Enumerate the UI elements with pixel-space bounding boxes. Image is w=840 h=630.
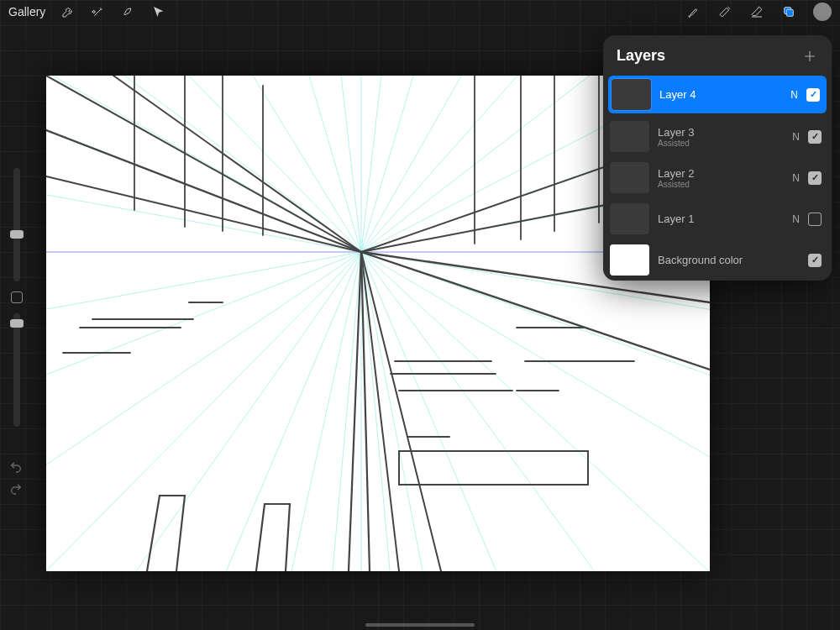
layers-icon[interactable] [781,4,796,19]
layer-thumbnail[interactable] [610,121,649,152]
svg-line-22 [361,252,601,571]
layer-name: Background color [658,254,800,266]
blend-mode-label[interactable]: N [792,131,800,143]
svg-line-46 [46,130,361,252]
svg-line-9 [340,76,361,252]
layer-text: Layer 2Assisted [658,167,784,189]
brush-opacity-thumb[interactable] [10,319,24,328]
brush-icon[interactable] [685,4,701,19]
svg-line-31 [46,252,361,470]
brush-opacity-slider[interactable] [13,313,20,427]
layer-text: Layer 3Assisted [658,126,784,148]
visibility-checkbox[interactable] [806,88,820,102]
layers-title: Layers [617,47,665,65]
layer-thumbnail[interactable] [610,203,649,234]
layer-text: Layer 1 [658,213,784,225]
smudge-icon[interactable] [717,4,732,19]
layer-name: Layer 1 [658,213,784,225]
layer-controls: N [792,171,822,185]
svg-line-11 [361,76,416,252]
layer-thumbnail[interactable] [612,79,651,110]
blend-mode-label[interactable]: N [790,89,798,101]
wrench-icon[interactable] [60,4,76,19]
brush-size-slider[interactable] [13,168,20,281]
svg-line-53 [113,76,361,252]
visibility-checkbox[interactable] [808,254,822,267]
layer-controls: N [790,88,820,102]
eraser-icon[interactable] [749,4,764,19]
svg-line-10 [361,76,382,252]
layer-subtitle: Assisted [658,139,784,148]
layer-row[interactable]: Layer 1N [603,198,832,239]
wand-icon[interactable] [91,4,106,19]
layer-row[interactable]: Layer 2AssistedN [603,157,832,198]
move-icon[interactable] [151,4,166,19]
visibility-checkbox[interactable] [808,213,822,226]
svg-rect-1 [786,9,793,16]
undo-icon[interactable] [9,460,23,477]
svg-line-20 [361,252,710,462]
layer-row[interactable]: Layer 3AssistedN [603,116,832,157]
brush-size-thumb[interactable] [10,230,24,239]
layer-controls: N [792,213,822,226]
layer-thumbnail[interactable] [610,162,649,193]
layer-text: Layer 4 [659,88,782,101]
layer-text: Background color [658,254,800,266]
svg-line-12 [361,76,466,252]
redo-icon[interactable] [9,482,23,499]
blend-mode-label[interactable]: N [792,172,800,184]
gallery-button[interactable]: Gallery [8,5,45,18]
top-toolbar-left: Gallery [8,4,166,19]
home-indicator [365,623,475,627]
layer-name: Layer 4 [659,88,782,101]
layer-row[interactable]: Layer 4N [608,76,827,113]
layer-name: Layer 3 [658,126,784,139]
add-layer-button[interactable] [801,48,818,65]
svg-line-23 [361,252,500,571]
layer-row[interactable]: Background color [603,239,832,281]
svg-line-52 [46,76,361,252]
color-picker-button[interactable] [813,3,832,21]
svg-line-14 [361,76,601,252]
layer-name: Layer 2 [658,167,784,180]
visibility-checkbox[interactable] [808,130,822,144]
left-sidebar [7,168,27,470]
top-toolbar-right [685,3,832,21]
svg-rect-69 [399,451,588,485]
undo-redo-group [7,460,25,499]
svg-line-32 [46,252,361,378]
blend-mode-label[interactable]: N [792,213,800,225]
visibility-checkbox[interactable] [808,171,822,185]
layers-panel-header: Layers [603,35,832,73]
selection-icon[interactable] [121,4,136,19]
modify-button[interactable] [11,291,23,303]
layer-controls: N [792,130,822,144]
layer-list: Layer 4NLayer 3AssistedNLayer 2AssistedN… [603,76,832,281]
svg-line-34 [46,193,361,252]
svg-line-28 [223,252,361,571]
top-toolbar: Gallery [0,0,840,24]
layer-thumbnail[interactable] [610,244,649,276]
svg-line-6 [181,76,361,252]
svg-line-47 [46,176,361,252]
svg-line-56 [361,252,399,571]
svg-line-26 [332,252,361,571]
layer-subtitle: Assisted [658,180,784,189]
svg-line-30 [46,252,361,571]
layer-controls [808,254,822,267]
layers-panel: Layers Layer 4NLayer 3AssistedNLayer 2As… [603,35,832,281]
